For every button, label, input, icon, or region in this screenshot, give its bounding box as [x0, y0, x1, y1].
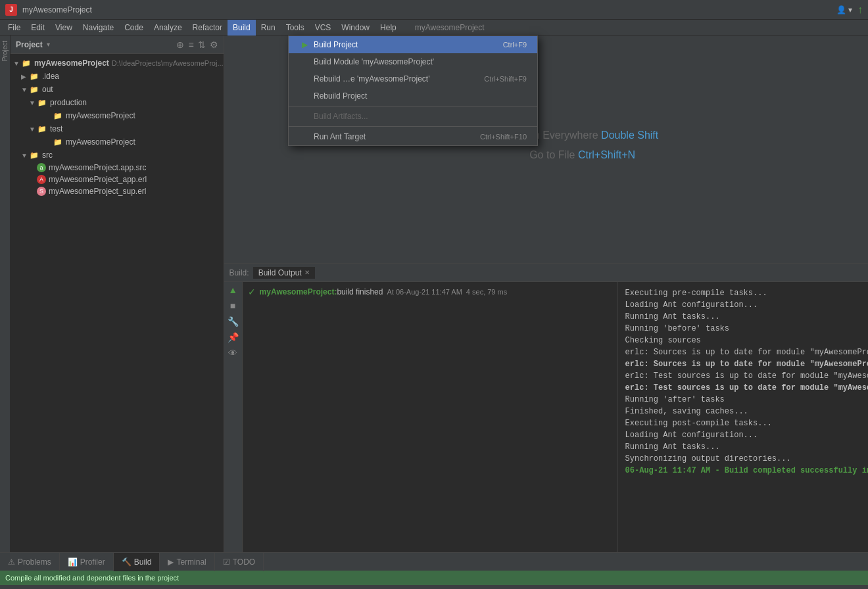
menu-file[interactable]: File [3, 20, 26, 35]
menu-analyze[interactable]: Analyze [149, 20, 187, 35]
dropdown-rebuild-module-shortcut: Ctrl+Shift+F9 [484, 75, 527, 83]
dropdown-rebuild-module[interactable]: Rebuild …e 'myAwesomeProject' Ctrl+Shift… [289, 70, 537, 87]
panel-sync-icon[interactable]: ⊕ [176, 39, 184, 50]
run-ant-icon [299, 131, 310, 142]
dropdown-build-project[interactable]: ▶ Build Project Ctrl+F9 [289, 36, 537, 53]
tab-profiler[interactable]: 📊 Profiler [60, 553, 114, 571]
rebuild-module-icon [299, 74, 310, 84]
tree-item-app-erl[interactable]: A myAwesomeProject_app.erl [11, 174, 224, 185]
tree-label-app-erl: myAwesomeProject_app.erl [49, 175, 147, 184]
todo-icon: ☑ [223, 557, 230, 567]
dropdown-rebuild-project[interactable]: Rebuild Project [289, 87, 537, 105]
build-eye-icon[interactable]: 👁 [228, 348, 237, 358]
build-stop-icon[interactable]: ■ [230, 300, 235, 311]
panel-collapse-icon[interactable]: ≡ [188, 39, 193, 50]
menu-refactor[interactable]: Refactor [187, 20, 228, 35]
tab-todo[interactable]: ☑ TODO [215, 553, 264, 571]
build-project-name: myAwesomeProject: [260, 287, 337, 296]
menu-window[interactable]: Window [336, 20, 375, 35]
project-dropdown-arrow[interactable]: ▾ [47, 41, 50, 48]
folder-icon-root: 📁 [21, 58, 32, 68]
menu-tools[interactable]: Tools [281, 20, 310, 35]
menu-build[interactable]: Build [228, 20, 256, 35]
build-toolbar: ▲ ■ 🔧 📌 👁 [224, 282, 243, 552]
folder-icon-out: 📁 [29, 84, 39, 95]
log-line-4: Running 'before' tasks [625, 323, 868, 335]
terminal-label: Terminal [176, 557, 206, 567]
menu-edit[interactable]: Edit [26, 20, 50, 35]
log-line-8: erlc: Test sources is up to date for mod… [625, 370, 868, 382]
build-scroll-up-icon[interactable]: ▲ [228, 285, 237, 295]
tree-item-idea[interactable]: ▶ 📁 .idea [11, 70, 224, 83]
log-line-16: 06-Aug-21 11:47 AM - Build completed suc… [625, 465, 868, 477]
dropdown-build-module[interactable]: Build Module 'myAwesomeProject' [289, 53, 537, 70]
tree-label-idea: .idea [42, 72, 59, 81]
folder-icon-prod-proj: 📁 [53, 110, 63, 121]
build-wrench-icon[interactable]: 🔧 [228, 316, 239, 327]
tree-item-src[interactable]: ▼ 📁 src [11, 149, 224, 162]
tree-item-out[interactable]: ▼ 📁 out [11, 83, 224, 96]
tree-item-test[interactable]: ▼ 📁 test [11, 122, 224, 135]
dropdown-sep-2 [289, 126, 537, 127]
build-output-tab[interactable]: Build Output ✕ [253, 267, 315, 279]
build-log: Executing pre-compile tasks... Loading A… [617, 282, 868, 552]
dropdown-run-ant[interactable]: Run Ant Target Ctrl+Shift+F10 [289, 128, 537, 145]
build-content: ▲ ■ 🔧 📌 👁 ✓ myAwesomeProject: build fini… [224, 282, 868, 552]
menubar-project-title: myAwesomeProject [415, 23, 485, 32]
tab-build[interactable]: 🔨 Build [114, 553, 160, 571]
build-tab-label: Build Output [258, 268, 302, 277]
panel-settings-icon[interactable]: ⚙ [210, 39, 218, 50]
rebuild-project-icon [299, 91, 310, 101]
log-line-13: Loading Ant configuration... [625, 429, 868, 441]
tree-item-sup-erl[interactable]: S myAwesomeProject_sup.erl [11, 185, 224, 197]
profiler-label: Profiler [80, 557, 105, 567]
tree-item-test-proj[interactable]: 📁 myAwesomeProject [11, 135, 224, 149]
menubar: File Edit View Navigate Code Analyze Ref… [0, 20, 868, 35]
project-tree: ▼ 📁 myAwesomeProject D:\IdeaProjects\myA… [11, 54, 224, 552]
build-dropdown-menu: ▶ Build Project Ctrl+F9 Build Module 'my… [288, 35, 538, 146]
todo-label: TODO [233, 557, 255, 567]
tree-item-production[interactable]: ▼ 📁 production [11, 96, 224, 109]
tree-label-root: myAwesomeProject [34, 59, 109, 68]
log-line-11: Finished, saving caches... [625, 406, 868, 417]
log-line-3: Running Ant tasks... [625, 311, 868, 323]
tree-item-root[interactable]: ▼ 📁 myAwesomeProject D:\IdeaProjects\myA… [11, 57, 224, 70]
account-button[interactable]: 👤 ▾ [836, 5, 852, 14]
build-pin-icon[interactable]: 📌 [228, 332, 239, 342]
project-panel-header: Project ▾ ⊕ ≡ ⇅ ⚙ [11, 35, 224, 54]
log-line-14: Running Ant tasks... [625, 441, 868, 453]
menu-help[interactable]: Help [375, 20, 402, 35]
menu-navigate[interactable]: Navigate [78, 20, 119, 35]
tree-path-root: D:\IdeaProjects\myAwesomeProj... [112, 59, 224, 67]
menu-vcs[interactable]: VCS [310, 20, 337, 35]
bottom-tabs: ⚠ Problems 📊 Profiler 🔨 Build ▶ Terminal… [0, 552, 868, 571]
tree-arrow-root: ▼ [13, 60, 21, 67]
build-tree: ✓ myAwesomeProject: build finished At 06… [243, 282, 617, 552]
dropdown-build-project-shortcut: Ctrl+F9 [503, 41, 527, 49]
build-tab-bottom-label: Build [134, 557, 152, 567]
menu-run[interactable]: Run [256, 20, 281, 35]
tree-arrow-src: ▼ [21, 152, 29, 159]
build-tree-item-success[interactable]: ✓ myAwesomeProject: build finished At 06… [243, 285, 617, 299]
sidebar-project-label[interactable]: Project [0, 38, 10, 64]
tree-label-test: test [50, 124, 62, 133]
tree-item-app-src[interactable]: a myAwesomeProject.app.src [11, 162, 224, 174]
menu-view[interactable]: View [50, 20, 78, 35]
panel-expand-icon[interactable]: ⇅ [198, 39, 206, 50]
folder-icon-test: 📁 [37, 124, 47, 134]
build-label: Build: [229, 268, 249, 277]
problems-label: Problems [18, 557, 51, 567]
update-icon[interactable]: ↑ [857, 4, 863, 16]
tree-label-prod-proj: myAwesomeProject [66, 111, 135, 120]
build-tab-close[interactable]: ✕ [304, 269, 310, 276]
tab-problems[interactable]: ⚠ Problems [0, 553, 60, 571]
tab-terminal[interactable]: ▶ Terminal [160, 553, 214, 571]
log-line-1: Executing pre-compile tasks... [625, 287, 868, 299]
file-shortcut: Ctrl+Shift+N [578, 149, 635, 160]
tree-item-production-proj[interactable]: 📁 myAwesomeProject [11, 109, 224, 122]
app-icon: J [5, 4, 17, 16]
project-panel: Project ▾ ⊕ ≡ ⇅ ⚙ ▼ 📁 myAwesomeProject D… [11, 35, 224, 552]
search-shortcut: Double Shift [601, 130, 658, 141]
dropdown-run-ant-shortcut: Ctrl+Shift+F10 [480, 133, 527, 141]
menu-code[interactable]: Code [119, 20, 149, 35]
